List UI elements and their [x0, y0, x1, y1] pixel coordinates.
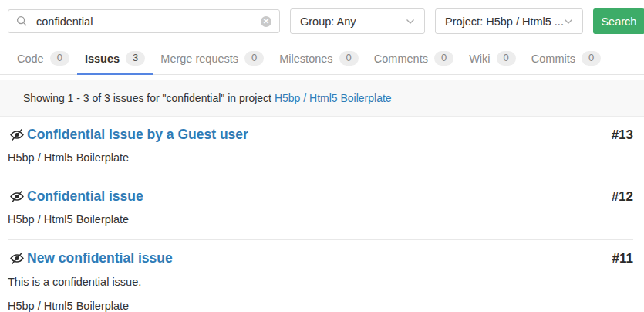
chevron-down-icon [564, 19, 573, 25]
project-filter-dropdown[interactable]: Project: H5bp / Html5 ... [435, 8, 583, 34]
tab-merge-requests[interactable]: Merge requests 0 [153, 42, 271, 75]
tab-count-badge: 0 [244, 51, 264, 66]
results-summary-text: Showing 1 - 3 of 3 issues for "confident… [23, 92, 271, 104]
search-icon [16, 15, 28, 27]
confidential-eye-slash-icon [9, 190, 25, 203]
tab-issues[interactable]: Issues 3 [77, 42, 153, 75]
tab-label: Milestones [279, 53, 332, 65]
issue-project-namespace: H5bp / Html5 Boilerplate [8, 151, 633, 164]
tab-label: Issues [85, 53, 120, 65]
search-button[interactable]: Search [593, 8, 644, 34]
tab-count-badge: 0 [497, 51, 516, 66]
tab-commits[interactable]: Commits 0 [524, 42, 609, 75]
group-filter-dropdown[interactable]: Group: Any [290, 8, 425, 34]
group-filter-value: Group: Any [300, 15, 356, 28]
tab-label: Wiki [469, 53, 490, 65]
tab-count-badge: 0 [50, 51, 69, 66]
issue-result-row: Confidential issue #12 H5bp / Html5 Boil… [8, 178, 633, 240]
issue-result-row: New confidential issue #11 This is a con… [8, 240, 633, 312]
issue-number: #13 [612, 127, 633, 143]
issue-project-namespace: H5bp / Html5 Boilerplate [8, 213, 633, 226]
chevron-down-icon [406, 19, 415, 25]
tab-count-badge: 0 [582, 51, 601, 66]
tab-label: Commits [531, 53, 575, 65]
tab-label: Merge requests [160, 53, 238, 65]
confidential-eye-slash-icon [9, 128, 25, 141]
summary-project-link[interactable]: H5bp / Html5 Boilerplate [275, 92, 392, 104]
issue-description: This is a confidential issue. [8, 276, 633, 289]
tab-count-badge: 0 [339, 51, 359, 66]
confidential-eye-slash-icon [9, 252, 25, 265]
tab-count-badge: 0 [434, 51, 453, 66]
tab-comments[interactable]: Comments 0 [366, 42, 461, 75]
tab-count-badge: 3 [126, 51, 145, 66]
search-input[interactable] [35, 15, 261, 29]
issue-title-link[interactable]: New confidential issue [27, 250, 173, 266]
tab-label: Code [17, 53, 44, 65]
tab-code[interactable]: Code 0 [9, 42, 77, 75]
issue-number: #11 [612, 251, 633, 266]
issue-title-link[interactable]: Confidential issue by a Guest user [27, 127, 248, 143]
search-results-page: ✕ Group: Any Project: H5bp / Html5 ... S… [0, 0, 644, 312]
project-filter-value: Project: H5bp / Html5 ... [445, 15, 564, 28]
results-summary-bar: Showing 1 - 3 of 3 issues for "confident… [0, 80, 644, 117]
clear-search-icon[interactable]: ✕ [261, 16, 271, 27]
tab-label: Comments [374, 53, 428, 65]
tab-wiki[interactable]: Wiki 0 [461, 42, 524, 75]
issue-title-link[interactable]: Confidential issue [27, 188, 143, 205]
issue-number: #12 [612, 189, 633, 205]
issue-result-row: Confidential issue by a Guest user #13 H… [8, 117, 633, 178]
search-form: ✕ Group: Any Project: H5bp / Html5 ... S… [0, 0, 644, 41]
issue-project-namespace: H5bp / Html5 Boilerplate [8, 300, 633, 312]
tab-milestones[interactable]: Milestones 0 [271, 42, 366, 75]
results-list: Confidential issue by a Guest user #13 H… [0, 117, 644, 312]
scope-tabs: Code 0 Issues 3 Merge requests 0 Milesto… [0, 42, 644, 75]
search-input-wrap: ✕ [8, 9, 280, 33]
